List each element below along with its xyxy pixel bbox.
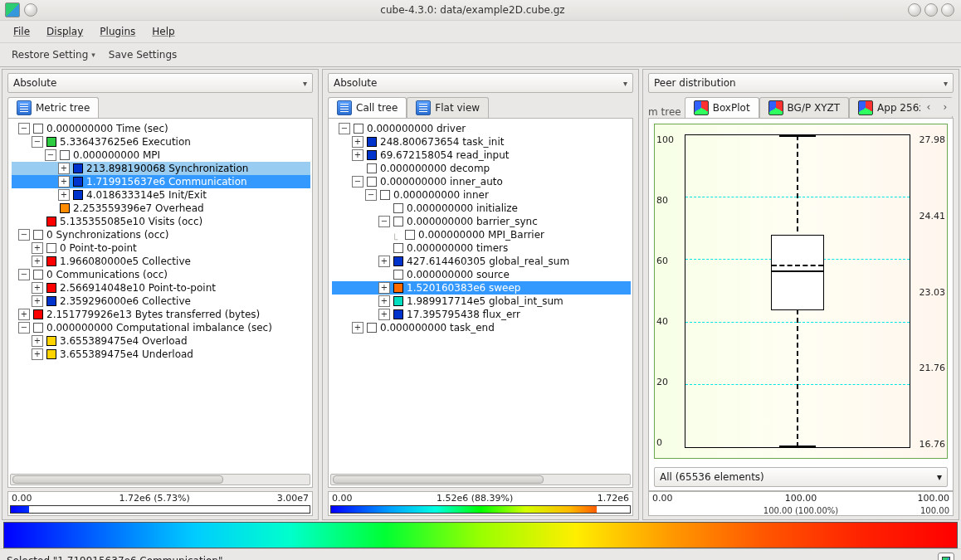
tree-row[interactable]: 2.253559396e7 Overhead: [12, 202, 310, 215]
tree-row[interactable]: +4.018633314e5 Init/Exit: [12, 188, 310, 202]
expand-toggle[interactable]: −: [378, 216, 390, 227]
minimize-button[interactable]: [908, 3, 921, 17]
expand-toggle[interactable]: [378, 269, 390, 280]
expand-toggle[interactable]: +: [58, 176, 70, 187]
expand-toggle[interactable]: +: [378, 282, 390, 294]
expand-toggle[interactable]: +: [32, 335, 43, 347]
expand-toggle[interactable]: −: [32, 136, 43, 148]
tab-boxplot[interactable]: BoxPlot: [685, 97, 759, 118]
tree-row[interactable]: 0.000000000 timers: [332, 241, 631, 255]
system-mode-combo[interactable]: Peer distribution▾: [648, 73, 954, 93]
expand-toggle[interactable]: [378, 202, 390, 214]
close-button[interactable]: [941, 3, 954, 17]
expand-toggle[interactable]: −: [18, 229, 30, 241]
expand-toggle[interactable]: +: [352, 136, 363, 148]
tree-row[interactable]: −0 Communications (occ): [12, 268, 310, 281]
expand-toggle[interactable]: +: [32, 348, 43, 360]
expand-toggle[interactable]: +: [32, 256, 43, 267]
tree-row[interactable]: +0 Point-to-point: [12, 241, 310, 255]
metric-tree[interactable]: −0.000000000 Time (sec)−5.336437625e6 Ex…: [8, 119, 312, 480]
expand-toggle[interactable]: +: [378, 295, 390, 307]
expand-toggle[interactable]: [352, 163, 363, 174]
tab-flat-view[interactable]: Flat view: [407, 97, 489, 118]
tree-row[interactable]: +1.989917714e5 global_int_sum: [332, 295, 631, 308]
tree-row[interactable]: −0.000000000 barrier_sync: [332, 215, 631, 228]
menu-display[interactable]: Display: [38, 24, 91, 39]
tree-row[interactable]: +0.000000000 task_end: [332, 321, 631, 334]
tree-row[interactable]: 0.000000000 initialize: [332, 202, 631, 215]
restore-setting-button[interactable]: Restore Setting▾: [7, 47, 100, 62]
expand-toggle[interactable]: +: [378, 309, 390, 320]
tab-metric-tree[interactable]: Metric tree: [7, 97, 99, 118]
tree-label: 0 Communications (occ): [46, 268, 168, 281]
menu-plugins[interactable]: Plugins: [91, 24, 144, 39]
expand-toggle[interactable]: +: [352, 149, 363, 161]
expand-toggle[interactable]: +: [378, 256, 390, 267]
tree-row[interactable]: −0.000000000 Time (sec): [12, 122, 310, 135]
maximize-button[interactable]: [924, 3, 938, 17]
tree-row[interactable]: −0.000000000 inner: [332, 188, 631, 202]
tree-row[interactable]: +2.566914048e10 Point-to-point: [12, 281, 310, 295]
tab-nav-next[interactable]: ›: [939, 98, 952, 116]
menu-help[interactable]: Help: [144, 24, 183, 39]
expand-toggle[interactable]: [378, 242, 390, 254]
expand-toggle[interactable]: −: [18, 269, 30, 280]
tree-row[interactable]: +2.359296000e6 Collective: [12, 295, 310, 308]
tree-row[interactable]: −5.336437625e6 Execution: [12, 135, 310, 149]
tree-row[interactable]: +3.655389475e4 Underload: [12, 348, 310, 361]
call-tree[interactable]: −0.000000000 driver+248.800673654 task_i…: [329, 119, 632, 480]
expand-toggle[interactable]: [45, 202, 56, 214]
tree-row[interactable]: 0.000000000 decomp: [332, 162, 631, 175]
tree-row[interactable]: 0.000000000 source: [332, 268, 631, 281]
status-icon[interactable]: [938, 553, 954, 561]
expand-toggle[interactable]: +: [58, 189, 70, 201]
tab-system-tree-partial[interactable]: m tree: [648, 106, 685, 118]
tree-row[interactable]: 5.135355085e10 Visits (occ): [12, 215, 310, 228]
expand-toggle[interactable]: −: [45, 149, 56, 161]
tree-row[interactable]: 0.000000000 MPI_Barrier: [332, 228, 631, 241]
expand-toggle[interactable]: +: [32, 242, 43, 254]
save-settings-button[interactable]: Save Settings: [104, 47, 183, 62]
tree-row[interactable]: +1.719915637e6 Communication: [12, 175, 310, 188]
tree-row[interactable]: −0.000000000 inner_auto: [332, 175, 631, 188]
calltree-hscrollbar[interactable]: [330, 474, 631, 485]
expand-toggle[interactable]: [32, 216, 43, 227]
expand-toggle[interactable]: −: [352, 176, 363, 187]
tree-row[interactable]: +248.800673654 task_init: [332, 135, 631, 149]
metric-hscrollbar[interactable]: [10, 474, 310, 485]
tab-call-tree[interactable]: Call tree: [328, 97, 407, 118]
calltree-legend: 0.00 1.52e6 (88.39%) 1.72e6: [328, 491, 633, 516]
expand-toggle[interactable]: +: [58, 163, 70, 174]
expand-toggle[interactable]: −: [365, 189, 377, 201]
calltree-mode-combo[interactable]: Absolute▾: [328, 73, 633, 93]
window-menu-button[interactable]: [24, 3, 37, 17]
color-box: [393, 270, 403, 280]
tree-row[interactable]: +1.966080000e5 Collective: [12, 255, 310, 268]
tab-bgp-xyzt[interactable]: BG/P XYZT: [759, 97, 850, 118]
tree-row[interactable]: −0 Synchronizations (occ): [12, 228, 310, 241]
expand-toggle[interactable]: +: [32, 295, 43, 307]
tab-nav-prev[interactable]: ‹: [922, 98, 935, 116]
tree-row[interactable]: +3.655389475e4 Overload: [12, 334, 310, 348]
boxplot-area[interactable]: 100806040200 27.9824.4123.0321.7616.76: [654, 124, 948, 459]
tree-row[interactable]: −0.000000000 Computational imbalance (se…: [12, 321, 310, 334]
elements-combo[interactable]: All (65536 elements)▾: [654, 467, 948, 487]
metric-mode-combo[interactable]: Absolute▾: [7, 73, 313, 93]
tree-row[interactable]: −0.000000000 MPI: [12, 149, 310, 162]
tree-row[interactable]: +69.672158054 read_input: [332, 149, 631, 162]
expand-toggle[interactable]: −: [339, 123, 350, 134]
expand-toggle[interactable]: +: [18, 309, 30, 320]
chevron-down-icon: ▾: [623, 79, 627, 88]
expand-toggle[interactable]: +: [352, 322, 363, 334]
tree-row[interactable]: +427.614460305 global_real_sum: [332, 255, 631, 268]
tree-row[interactable]: +2.151779926e13 Bytes transferred (bytes…: [12, 308, 310, 321]
expand-toggle[interactable]: −: [18, 123, 30, 134]
tree-row[interactable]: +1.520160383e6 sweep: [332, 281, 631, 295]
expand-toggle[interactable]: −: [18, 322, 30, 334]
tree-row[interactable]: +17.395795438 flux_err: [332, 308, 631, 321]
menu-file[interactable]: File: [5, 24, 38, 39]
expand-toggle[interactable]: +: [32, 282, 43, 294]
tree-row[interactable]: −0.000000000 driver: [332, 122, 631, 135]
color-box: [367, 177, 377, 187]
tree-row[interactable]: +213.898190068 Synchronization: [12, 162, 310, 175]
